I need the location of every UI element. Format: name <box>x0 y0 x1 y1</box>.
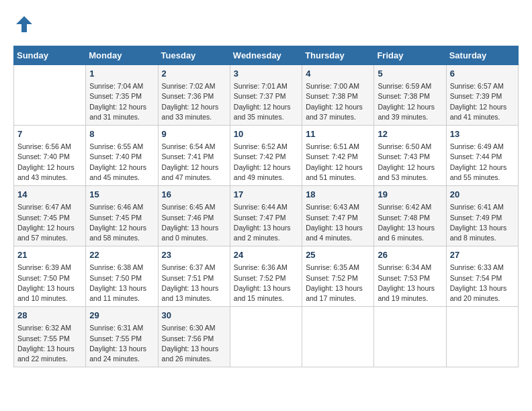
cell-info: Sunrise: 6:55 AMSunset: 7:40 PMDaylight:… <box>89 142 154 183</box>
svg-marker-0 <box>16 16 32 32</box>
col-header-friday: Friday <box>374 46 446 65</box>
day-number: 16 <box>162 189 226 201</box>
day-number: 6 <box>450 68 515 80</box>
day-number: 9 <box>162 128 226 140</box>
logo <box>13 13 38 35</box>
day-number: 27 <box>450 249 515 261</box>
cell-info: Sunrise: 6:43 AMSunset: 7:47 PMDaylight:… <box>306 202 370 243</box>
calendar-cell: 11Sunrise: 6:51 AMSunset: 7:42 PMDayligh… <box>302 126 374 186</box>
cell-info: Sunrise: 6:37 AMSunset: 7:51 PMDaylight:… <box>162 263 226 304</box>
cell-info: Sunrise: 6:54 AMSunset: 7:41 PMDaylight:… <box>162 142 226 183</box>
calendar-cell: 22Sunrise: 6:38 AMSunset: 7:50 PMDayligh… <box>86 246 158 307</box>
cell-info: Sunrise: 6:41 AMSunset: 7:49 PMDaylight:… <box>450 202 515 243</box>
cell-info: Sunrise: 6:39 AMSunset: 7:50 PMDaylight:… <box>17 263 82 304</box>
cell-info: Sunrise: 6:47 AMSunset: 7:45 PMDaylight:… <box>17 202 82 243</box>
calendar-cell: 14Sunrise: 6:47 AMSunset: 7:45 PMDayligh… <box>14 186 86 246</box>
cell-info: Sunrise: 6:34 AMSunset: 7:53 PMDaylight:… <box>378 263 442 304</box>
calendar-cell: 18Sunrise: 6:43 AMSunset: 7:47 PMDayligh… <box>302 186 374 246</box>
cell-info: Sunrise: 6:52 AMSunset: 7:42 PMDaylight:… <box>234 142 298 183</box>
col-header-wednesday: Wednesday <box>230 46 302 65</box>
col-header-thursday: Thursday <box>302 46 374 65</box>
calendar-cell: 3Sunrise: 7:01 AMSunset: 7:37 PMDaylight… <box>230 65 302 126</box>
calendar-cell: 13Sunrise: 6:49 AMSunset: 7:44 PMDayligh… <box>446 126 518 186</box>
day-number: 11 <box>306 128 370 140</box>
cell-info: Sunrise: 6:32 AMSunset: 7:55 PMDaylight:… <box>17 323 82 364</box>
day-number: 7 <box>17 128 82 140</box>
col-header-sunday: Sunday <box>14 46 86 65</box>
calendar-cell <box>374 307 446 367</box>
cell-info: Sunrise: 7:00 AMSunset: 7:38 PMDaylight:… <box>306 81 370 122</box>
calendar-cell: 15Sunrise: 6:46 AMSunset: 7:45 PMDayligh… <box>86 186 158 246</box>
calendar-cell: 24Sunrise: 6:36 AMSunset: 7:52 PMDayligh… <box>230 246 302 307</box>
calendar-cell <box>230 307 302 367</box>
calendar-cell: 20Sunrise: 6:41 AMSunset: 7:49 PMDayligh… <box>446 186 518 246</box>
cell-info: Sunrise: 6:49 AMSunset: 7:44 PMDaylight:… <box>450 142 515 183</box>
day-number: 29 <box>89 310 154 322</box>
col-header-monday: Monday <box>86 46 158 65</box>
calendar-cell: 25Sunrise: 6:35 AMSunset: 7:52 PMDayligh… <box>302 246 374 307</box>
calendar-cell: 16Sunrise: 6:45 AMSunset: 7:46 PMDayligh… <box>158 186 230 246</box>
cell-info: Sunrise: 6:44 AMSunset: 7:47 PMDaylight:… <box>234 202 298 243</box>
calendar-cell: 7Sunrise: 6:56 AMSunset: 7:40 PMDaylight… <box>14 126 86 186</box>
calendar-cell <box>302 307 374 367</box>
day-number: 15 <box>89 189 154 201</box>
calendar-cell: 30Sunrise: 6:30 AMSunset: 7:56 PMDayligh… <box>158 307 230 367</box>
cell-info: Sunrise: 6:30 AMSunset: 7:56 PMDaylight:… <box>162 323 226 364</box>
day-number: 1 <box>89 68 154 80</box>
day-number: 26 <box>378 249 442 261</box>
day-number: 28 <box>17 310 82 322</box>
day-number: 19 <box>378 189 442 201</box>
cell-info: Sunrise: 6:50 AMSunset: 7:43 PMDaylight:… <box>378 142 442 183</box>
calendar-cell: 27Sunrise: 6:33 AMSunset: 7:54 PMDayligh… <box>446 246 518 307</box>
cell-info: Sunrise: 6:57 AMSunset: 7:39 PMDaylight:… <box>450 81 515 122</box>
day-number: 20 <box>450 189 515 201</box>
day-number: 12 <box>378 128 442 140</box>
logo-icon <box>13 13 35 35</box>
calendar-cell: 21Sunrise: 6:39 AMSunset: 7:50 PMDayligh… <box>14 246 86 307</box>
calendar-cell: 28Sunrise: 6:32 AMSunset: 7:55 PMDayligh… <box>14 307 86 367</box>
cell-info: Sunrise: 6:36 AMSunset: 7:52 PMDaylight:… <box>234 263 298 304</box>
calendar-cell: 9Sunrise: 6:54 AMSunset: 7:41 PMDaylight… <box>158 126 230 186</box>
day-number: 17 <box>234 189 298 201</box>
cell-info: Sunrise: 6:42 AMSunset: 7:48 PMDaylight:… <box>378 202 442 243</box>
cell-info: Sunrise: 7:02 AMSunset: 7:36 PMDaylight:… <box>162 81 226 122</box>
day-number: 24 <box>234 249 298 261</box>
day-number: 3 <box>234 68 298 80</box>
calendar-cell: 5Sunrise: 6:59 AMSunset: 7:38 PMDaylight… <box>374 65 446 126</box>
calendar-cell: 2Sunrise: 7:02 AMSunset: 7:36 PMDaylight… <box>158 65 230 126</box>
day-number: 8 <box>89 128 154 140</box>
day-number: 2 <box>162 68 226 80</box>
calendar-table: SundayMondayTuesdayWednesdayThursdayFrid… <box>13 46 519 367</box>
cell-info: Sunrise: 6:46 AMSunset: 7:45 PMDaylight:… <box>89 202 154 243</box>
cell-info: Sunrise: 6:33 AMSunset: 7:54 PMDaylight:… <box>450 263 515 304</box>
calendar-cell: 1Sunrise: 7:04 AMSunset: 7:35 PMDaylight… <box>86 65 158 126</box>
cell-info: Sunrise: 6:45 AMSunset: 7:46 PMDaylight:… <box>162 202 226 243</box>
day-number: 25 <box>306 249 370 261</box>
day-number: 21 <box>17 249 82 261</box>
col-header-saturday: Saturday <box>446 46 518 65</box>
calendar-cell: 6Sunrise: 6:57 AMSunset: 7:39 PMDaylight… <box>446 65 518 126</box>
day-number: 13 <box>450 128 515 140</box>
calendar-cell: 17Sunrise: 6:44 AMSunset: 7:47 PMDayligh… <box>230 186 302 246</box>
cell-info: Sunrise: 7:04 AMSunset: 7:35 PMDaylight:… <box>89 81 154 122</box>
page-header <box>13 13 519 35</box>
calendar-cell: 8Sunrise: 6:55 AMSunset: 7:40 PMDaylight… <box>86 126 158 186</box>
day-number: 5 <box>378 68 442 80</box>
calendar-cell: 4Sunrise: 7:00 AMSunset: 7:38 PMDaylight… <box>302 65 374 126</box>
cell-info: Sunrise: 6:31 AMSunset: 7:55 PMDaylight:… <box>89 323 154 364</box>
cell-info: Sunrise: 6:51 AMSunset: 7:42 PMDaylight:… <box>306 142 370 183</box>
calendar-cell <box>446 307 518 367</box>
calendar-cell: 29Sunrise: 6:31 AMSunset: 7:55 PMDayligh… <box>86 307 158 367</box>
calendar-cell: 12Sunrise: 6:50 AMSunset: 7:43 PMDayligh… <box>374 126 446 186</box>
cell-info: Sunrise: 7:01 AMSunset: 7:37 PMDaylight:… <box>234 81 298 122</box>
day-number: 4 <box>306 68 370 80</box>
cell-info: Sunrise: 6:35 AMSunset: 7:52 PMDaylight:… <box>306 263 370 304</box>
day-number: 22 <box>89 249 154 261</box>
calendar-cell: 26Sunrise: 6:34 AMSunset: 7:53 PMDayligh… <box>374 246 446 307</box>
day-number: 30 <box>162 310 226 322</box>
day-number: 23 <box>162 249 226 261</box>
cell-info: Sunrise: 6:56 AMSunset: 7:40 PMDaylight:… <box>17 142 82 183</box>
calendar-cell: 10Sunrise: 6:52 AMSunset: 7:42 PMDayligh… <box>230 126 302 186</box>
day-number: 10 <box>234 128 298 140</box>
day-number: 18 <box>306 189 370 201</box>
